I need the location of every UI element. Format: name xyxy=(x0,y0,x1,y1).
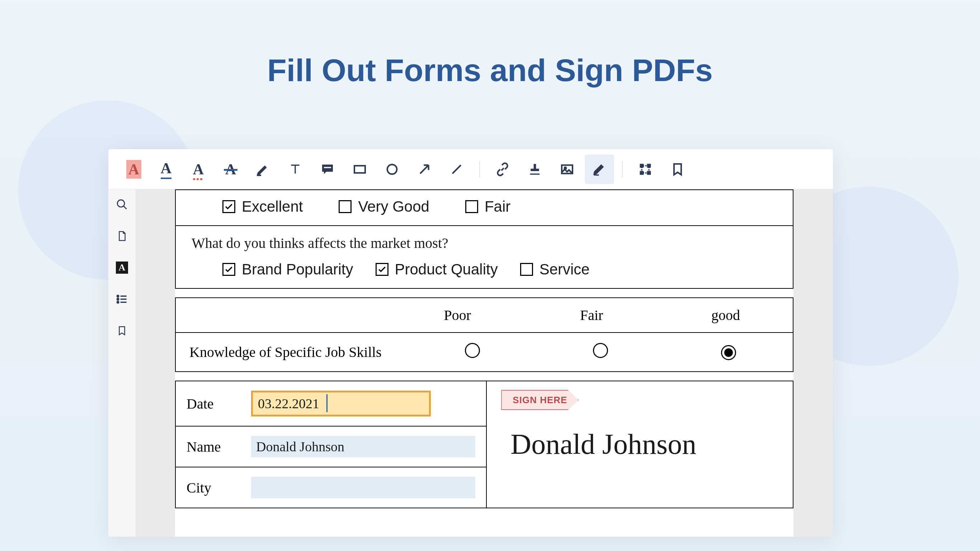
rectangle-tool[interactable] xyxy=(345,154,374,184)
svg-rect-8 xyxy=(648,172,650,174)
checkbox-service[interactable]: Service xyxy=(520,261,590,278)
svg-point-11 xyxy=(117,298,119,300)
radio-good[interactable] xyxy=(721,345,736,360)
bookmarks-panel-button[interactable] xyxy=(114,323,130,339)
question-text: What do you thinks affects the market mo… xyxy=(192,235,777,252)
rectangle-icon xyxy=(353,162,367,177)
radio-fair[interactable] xyxy=(593,343,608,358)
text-icon xyxy=(288,162,302,177)
underline-tool[interactable]: A xyxy=(151,154,181,184)
line-tool[interactable] xyxy=(442,154,471,184)
column-header: Poor xyxy=(390,298,525,332)
left-sidebar: A xyxy=(108,190,135,537)
ink-tool[interactable] xyxy=(248,154,278,184)
field-label: Name xyxy=(186,438,240,455)
select-tool[interactable] xyxy=(631,154,660,184)
svg-point-10 xyxy=(117,295,119,297)
svg-rect-6 xyxy=(648,164,650,167)
toolbar-divider xyxy=(622,161,623,178)
sign-here-badge[interactable]: SIGN HERE xyxy=(501,390,579,410)
outline-panel-button[interactable] xyxy=(114,291,130,307)
field-label: Date xyxy=(186,395,240,412)
annotation-toolbar: A A A A xyxy=(108,149,833,190)
column-header: good xyxy=(659,298,793,332)
text-tool[interactable] xyxy=(280,154,310,184)
svg-rect-5 xyxy=(641,164,643,167)
checkbox-label: Very Good xyxy=(358,198,429,215)
arrow-icon xyxy=(417,162,431,177)
thumbnails-panel-button[interactable] xyxy=(114,228,130,244)
checkbox-excellent[interactable]: Excellent xyxy=(223,198,303,215)
pdf-page: Excellent Very Good Fair What do you thi… xyxy=(175,190,794,537)
signature-icon xyxy=(592,162,606,177)
circle-icon xyxy=(385,162,399,177)
checkbox-quality[interactable]: Product Quality xyxy=(375,261,498,278)
date-field[interactable] xyxy=(251,391,431,416)
stamp-icon xyxy=(528,162,542,177)
image-icon xyxy=(560,162,574,177)
annotations-panel-button[interactable]: A xyxy=(114,260,130,276)
squiggly-tool[interactable]: A xyxy=(184,154,213,184)
highlight-icon: A xyxy=(126,160,142,178)
checkbox-fair[interactable]: Fair xyxy=(465,198,511,215)
checkbox-label: Service xyxy=(539,261,590,278)
search-panel-button[interactable] xyxy=(114,197,130,212)
bookmark-icon xyxy=(670,162,685,177)
text-caret xyxy=(326,394,328,412)
document-canvas[interactable]: Excellent Very Good Fair What do you thi… xyxy=(135,190,833,537)
city-field[interactable] xyxy=(251,477,475,498)
link-icon xyxy=(495,162,510,177)
bookmark-tool[interactable] xyxy=(663,154,692,184)
signature-text[interactable]: Donald Johnson xyxy=(511,428,778,460)
checkbox-very-good[interactable]: Very Good xyxy=(339,198,429,215)
highlight-tool[interactable]: A xyxy=(119,154,148,184)
table-row: Knowledge of Specific Job Skills xyxy=(176,333,793,371)
toolbar-divider xyxy=(479,161,480,178)
strikeout-icon: A xyxy=(225,161,236,178)
checkbox-label: Excellent xyxy=(242,198,303,215)
line-icon xyxy=(449,162,464,177)
column-header: Fair xyxy=(525,298,659,332)
page-icon xyxy=(116,229,127,242)
strikeout-tool[interactable]: A xyxy=(216,154,245,184)
form-fields-section: Date Name City xyxy=(175,381,794,508)
svg-point-9 xyxy=(117,200,124,207)
row-label: Knowledge of Specific Job Skills xyxy=(176,333,408,371)
pdf-editor-window: A A A A xyxy=(108,149,833,537)
image-tool[interactable] xyxy=(552,154,582,184)
bookmark-icon xyxy=(116,324,127,337)
name-field[interactable] xyxy=(251,436,475,457)
checkbox-label: Product Quality xyxy=(395,261,498,278)
svg-rect-0 xyxy=(324,167,331,168)
list-icon xyxy=(116,293,128,305)
svg-rect-7 xyxy=(641,172,643,174)
link-tool[interactable] xyxy=(488,154,517,184)
radio-poor[interactable] xyxy=(465,343,480,358)
svg-rect-1 xyxy=(355,166,365,173)
squiggly-icon: A xyxy=(193,161,204,178)
checkbox-brand[interactable]: Brand Popularity xyxy=(223,261,353,278)
signature-tool[interactable] xyxy=(585,154,614,184)
pen-nib-icon xyxy=(256,162,270,177)
selection-icon xyxy=(638,162,652,177)
underline-icon: A xyxy=(161,160,172,179)
arrow-tool[interactable] xyxy=(410,154,439,184)
checkbox-label: Brand Popularity xyxy=(242,261,353,278)
chat-icon xyxy=(320,162,335,177)
search-icon xyxy=(116,198,128,210)
svg-point-12 xyxy=(117,301,119,303)
rating-table: Poor Fair good Knowledge of Specific Job… xyxy=(175,298,794,372)
note-tool[interactable] xyxy=(313,154,342,184)
field-label: City xyxy=(186,479,240,496)
page-title: Fill Out Forms and Sign PDFs xyxy=(0,0,980,89)
svg-point-2 xyxy=(387,164,397,174)
stamp-tool[interactable] xyxy=(520,154,550,184)
checkbox-label: Fair xyxy=(485,198,511,215)
circle-tool[interactable] xyxy=(377,154,407,184)
annotations-icon: A xyxy=(116,261,128,274)
